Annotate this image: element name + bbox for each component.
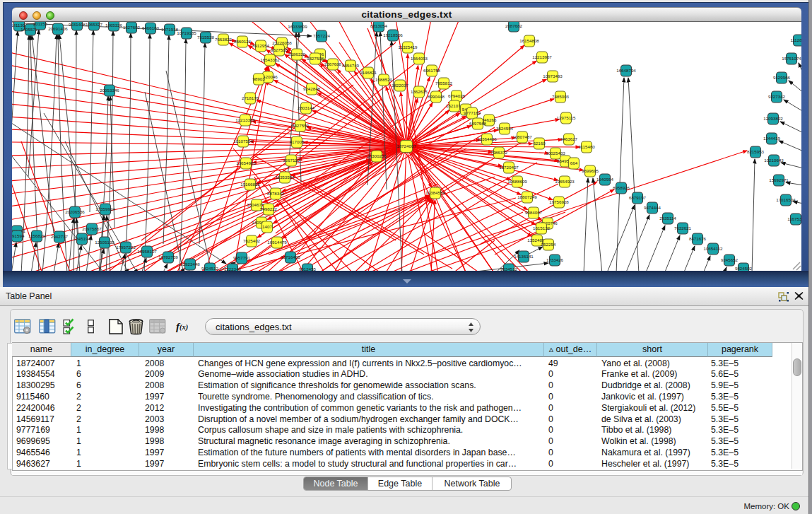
svg-text:17957223: 17957223 bbox=[116, 245, 136, 250]
svg-text:2803144: 2803144 bbox=[298, 105, 315, 110]
svg-text:7955812: 7955812 bbox=[435, 81, 453, 86]
svg-text:20691406: 20691406 bbox=[48, 26, 68, 31]
svg-text:3624554: 3624554 bbox=[496, 126, 514, 131]
svg-text:20975867: 20975867 bbox=[82, 226, 102, 231]
svg-text:9227342: 9227342 bbox=[768, 94, 786, 99]
svg-text:16648794: 16648794 bbox=[616, 68, 636, 73]
svg-text:1407: 1407 bbox=[262, 224, 272, 229]
svg-text:19654983: 19654983 bbox=[236, 160, 256, 165]
svg-text:12505135: 12505135 bbox=[95, 240, 114, 245]
svg-text:1564093: 1564093 bbox=[411, 56, 428, 61]
svg-text:98903: 98903 bbox=[252, 76, 265, 81]
svg-text:1733426: 1733426 bbox=[546, 257, 564, 262]
svg-text:7515528: 7515528 bbox=[197, 35, 215, 40]
svg-text:9034512: 9034512 bbox=[500, 267, 518, 271]
svg-text:9463627: 9463627 bbox=[560, 136, 578, 141]
svg-text:6466160: 6466160 bbox=[142, 25, 160, 30]
svg-text:7663822: 7663822 bbox=[215, 37, 233, 42]
svg-text:8912954: 8912954 bbox=[252, 43, 270, 48]
svg-text:17016504: 17016504 bbox=[776, 197, 796, 202]
svg-text:2935114: 2935114 bbox=[659, 216, 676, 221]
svg-text:6961758: 6961758 bbox=[423, 68, 441, 73]
svg-text:8990448: 8990448 bbox=[428, 94, 445, 99]
svg-text:19384554: 19384554 bbox=[425, 190, 445, 195]
svg-text:16543362: 16543362 bbox=[260, 57, 280, 62]
svg-text:16033809: 16033809 bbox=[288, 24, 307, 29]
svg-text:19218506: 19218506 bbox=[383, 33, 403, 37]
svg-text:8471676: 8471676 bbox=[689, 236, 707, 241]
svg-text:3822037: 3822037 bbox=[392, 83, 409, 88]
svg-text:62160: 62160 bbox=[533, 141, 546, 146]
svg-text:1527602: 1527602 bbox=[123, 25, 141, 30]
svg-text:9457791: 9457791 bbox=[233, 255, 251, 260]
svg-text:1071918: 1071918 bbox=[161, 27, 179, 32]
svg-text:9242848: 9242848 bbox=[303, 86, 321, 91]
svg-text:23300235: 23300235 bbox=[367, 153, 387, 158]
svg-text:9824502: 9824502 bbox=[735, 266, 753, 271]
svg-text:1640954: 1640954 bbox=[596, 177, 614, 182]
svg-text:1362615: 1362615 bbox=[411, 89, 428, 94]
svg-text:12093822: 12093822 bbox=[763, 116, 783, 121]
svg-text:10807487: 10807487 bbox=[512, 134, 532, 139]
svg-text:9699695: 9699695 bbox=[582, 168, 599, 173]
svg-text:6794028: 6794028 bbox=[448, 93, 466, 98]
svg-text:2367608: 2367608 bbox=[324, 62, 342, 66]
svg-text:14136141: 14136141 bbox=[514, 254, 534, 259]
svg-text:15720407: 15720407 bbox=[499, 165, 519, 170]
svg-text:9474444: 9474444 bbox=[644, 205, 661, 210]
svg-text:16782759: 16782759 bbox=[158, 255, 178, 259]
svg-text:20206536: 20206536 bbox=[65, 209, 85, 214]
svg-text:9031408: 9031408 bbox=[69, 22, 86, 27]
svg-text:664: 664 bbox=[570, 160, 578, 165]
svg-text:9327508: 9327508 bbox=[307, 56, 324, 61]
svg-text:2087682: 2087682 bbox=[505, 23, 523, 28]
svg-text:1156829: 1156829 bbox=[28, 233, 45, 238]
svg-text:11325419: 11325419 bbox=[398, 45, 418, 49]
svg-text:19654923: 19654923 bbox=[555, 179, 575, 184]
svg-text:7986372: 7986372 bbox=[490, 150, 508, 155]
svg-text:1065327: 1065327 bbox=[86, 22, 103, 27]
svg-text:8660124: 8660124 bbox=[234, 39, 252, 44]
svg-text:12975115: 12975115 bbox=[556, 115, 576, 120]
svg-text:20053346: 20053346 bbox=[100, 88, 119, 93]
svg-text:15751074: 15751074 bbox=[782, 56, 801, 61]
svg-text:11353594: 11353594 bbox=[275, 175, 295, 180]
svg-text:2942737: 2942737 bbox=[51, 234, 69, 239]
svg-text:1244419: 1244419 bbox=[763, 136, 781, 141]
svg-text:9012455: 9012455 bbox=[299, 267, 317, 271]
svg-text:5498222: 5498222 bbox=[260, 206, 278, 211]
svg-text:12213967: 12213967 bbox=[532, 54, 552, 59]
svg-text:1222346: 1222346 bbox=[224, 267, 242, 271]
svg-text:8186328: 8186328 bbox=[288, 52, 306, 57]
svg-text:8878342: 8878342 bbox=[267, 191, 285, 196]
svg-text:1167533: 1167533 bbox=[787, 216, 801, 221]
svg-text:9245652: 9245652 bbox=[721, 257, 739, 262]
svg-text:15692971: 15692971 bbox=[769, 177, 789, 182]
svg-text:3267110: 3267110 bbox=[283, 158, 300, 163]
svg-text:9129966: 9129966 bbox=[773, 75, 791, 80]
svg-text:7632621: 7632621 bbox=[674, 226, 692, 230]
svg-text:10719185: 10719185 bbox=[177, 30, 196, 35]
svg-text:9327503: 9327503 bbox=[271, 47, 288, 52]
svg-text:12923448: 12923448 bbox=[180, 262, 200, 267]
svg-text:(x): (x) bbox=[180, 323, 188, 332]
svg-text:9115460: 9115460 bbox=[578, 144, 595, 149]
svg-text:20364436: 20364436 bbox=[477, 136, 497, 141]
svg-text:10107554: 10107554 bbox=[233, 139, 253, 144]
svg-text:10210643: 10210643 bbox=[764, 158, 784, 163]
svg-text:12213389: 12213389 bbox=[235, 117, 255, 122]
svg-text:7625402: 7625402 bbox=[243, 238, 261, 243]
svg-text:201153: 201153 bbox=[33, 22, 48, 26]
svg-text:16914479: 16914479 bbox=[267, 240, 287, 245]
svg-text:1588520: 1588520 bbox=[375, 77, 393, 82]
svg-text:10654112: 10654112 bbox=[703, 246, 723, 251]
svg-text:18724007: 18724007 bbox=[396, 144, 416, 148]
svg-text:1345194: 1345194 bbox=[73, 236, 91, 241]
svg-text:18807249: 18807249 bbox=[517, 194, 537, 199]
svg-text:9146821: 9146821 bbox=[360, 70, 377, 75]
svg-text:252254: 252254 bbox=[541, 242, 556, 247]
svg-text:417006: 417006 bbox=[290, 139, 305, 144]
svg-text:16154808: 16154808 bbox=[519, 38, 539, 43]
svg-text:8958926: 8958926 bbox=[613, 185, 630, 190]
svg-text:17359924: 17359924 bbox=[95, 206, 115, 211]
